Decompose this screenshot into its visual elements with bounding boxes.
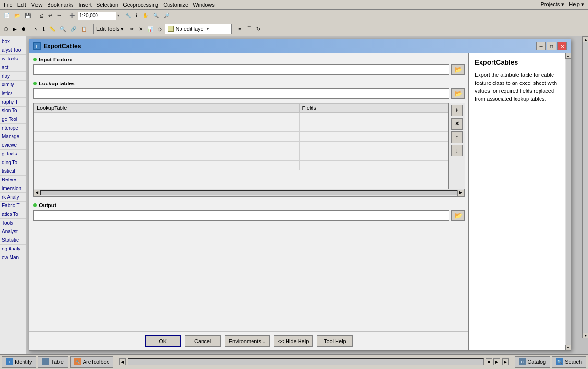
edit-nav3[interactable]: ⬢ <box>20 24 28 34</box>
sidebar-item-22[interactable]: Analyst <box>0 227 26 236</box>
identify2-btn[interactable]: 📋 <box>79 24 89 34</box>
lookup-tables-browse-btn[interactable]: 📂 <box>451 88 465 99</box>
play-btn[interactable]: ▶ <box>493 358 500 365</box>
environments-button[interactable]: Environments... <box>225 335 270 347</box>
hscroll-left-btn[interactable]: ◀ <box>34 190 40 196</box>
sidebar-item-11[interactable]: Manage <box>0 132 26 141</box>
edit-sketch-btn[interactable]: ✏ <box>128 24 136 34</box>
dialog-restore-btn[interactable]: □ <box>547 42 556 50</box>
save-btn[interactable]: 💾 <box>23 11 33 21</box>
sidebar-item-6[interactable]: istics <box>0 89 26 98</box>
sidebar-item-0[interactable]: box <box>0 37 26 46</box>
new-btn[interactable]: 📄 <box>2 11 12 21</box>
edit-vertex-btn[interactable]: ◇ <box>156 24 164 34</box>
sidebar-item-10[interactable]: nterope <box>0 124 26 132</box>
arctoolbox-tab[interactable]: 🔧 ArcToolbox <box>70 356 113 368</box>
menu-item-customize[interactable]: Customize <box>161 2 190 8</box>
table-add-btn[interactable]: + <box>451 105 463 116</box>
menu-item-help[interactable]: Help ▾ <box>567 1 586 8</box>
hide-help-button[interactable]: << Hide Help <box>274 335 313 347</box>
sidebar-item-2[interactable]: is Tools <box>0 55 26 63</box>
progress-left-btn[interactable]: ◀ <box>119 358 126 365</box>
menu-item-bookmarks[interactable]: Bookmarks <box>45 2 75 8</box>
table-remove-btn[interactable]: ✕ <box>451 118 463 130</box>
menu-item-insert[interactable]: Insert <box>76 2 94 8</box>
sidebar-item-1[interactable]: alyst Too <box>0 46 26 55</box>
hyperlink-btn[interactable]: 🔗 <box>69 24 78 34</box>
ok-button[interactable]: OK <box>145 335 181 347</box>
lookup-tables-field[interactable] <box>33 88 449 99</box>
pan-btn[interactable]: ✋ <box>141 11 150 21</box>
menu-item-windows[interactable]: Windows <box>191 2 216 8</box>
open-btn[interactable]: 📂 <box>12 11 22 21</box>
sidebar-item-16[interactable]: Refere <box>0 176 26 184</box>
menu-item-selection[interactable]: Selection <box>95 2 120 8</box>
input-feature-browse-btn[interactable]: 📂 <box>451 64 465 75</box>
curve-btn[interactable]: ⌒ <box>245 24 253 34</box>
dialog-vscrollbar[interactable]: ▲ ▼ <box>565 53 571 350</box>
outer-vscrollbar[interactable]: ▲ ▼ <box>582 36 588 338</box>
info-btn[interactable]: ℹ <box>41 24 47 34</box>
sidebar-item-7[interactable]: raphy T <box>0 98 26 107</box>
sidebar-item-19[interactable]: Fabric T <box>0 202 26 210</box>
rotate-btn[interactable]: ↻ <box>254 24 262 34</box>
progress-right-btn[interactable]: ▶ <box>502 358 509 365</box>
sidebar-item-25[interactable]: ow Man <box>0 253 26 262</box>
catalog-tab[interactable]: C Catalog <box>515 356 550 368</box>
menu-item-edit[interactable]: Edit <box>15 2 28 8</box>
output-browse-btn[interactable]: 📂 <box>451 210 465 221</box>
table-tab[interactable]: T Table <box>38 356 68 368</box>
zoom-out-btn[interactable]: 🔎 <box>162 11 171 21</box>
menu-item-file[interactable]: File <box>2 2 14 8</box>
vscroll-down-btn[interactable]: ▼ <box>565 345 571 350</box>
outer-vscroll-up[interactable]: ▲ <box>583 36 588 42</box>
zoom-in-btn[interactable]: 🔍 <box>151 11 161 21</box>
table-up-btn[interactable]: ↑ <box>451 131 463 143</box>
pen-btn[interactable]: ✒ <box>236 24 244 34</box>
print-btn[interactable]: 🖨 <box>37 11 46 21</box>
hscroll-track[interactable] <box>40 190 457 195</box>
sidebar-item-21[interactable]: Tools <box>0 219 26 227</box>
outer-vscroll-track[interactable] <box>583 42 588 333</box>
measure-btn[interactable]: 📏 <box>48 24 57 34</box>
sidebar-item-3[interactable]: act <box>0 63 26 72</box>
menu-item-view[interactable]: View <box>29 2 45 8</box>
identify-tab[interactable]: i Identify <box>2 356 36 368</box>
scale-input[interactable]: 1:20,000 <box>78 12 116 20</box>
sidebar-item-17[interactable]: imension <box>0 184 26 193</box>
no-edit-layer-dropdown[interactable]: No edit layer ▾ <box>165 24 232 34</box>
dialog-close-btn[interactable]: ✕ <box>557 42 567 50</box>
sidebar-item-13[interactable]: g Tools <box>0 150 26 158</box>
outer-vscroll-down[interactable]: ▼ <box>583 333 588 338</box>
lookup-table-scroll[interactable]: LookupTable Fields <box>33 103 449 189</box>
edit-nav2[interactable]: ▶ <box>11 24 19 34</box>
sidebar-item-9[interactable]: ge Tool <box>0 115 26 124</box>
sidebar-item-18[interactable]: rk Analy <box>0 193 26 202</box>
sidebar-item-14[interactable]: ding To <box>0 158 26 167</box>
edit-nav1[interactable]: ⬡ <box>2 24 10 34</box>
edit-delete-btn[interactable]: ✕ <box>137 24 144 34</box>
find-btn[interactable]: 🔍 <box>58 24 68 34</box>
menu-item-geoprocessing[interactable]: Geoprocessing <box>121 2 160 8</box>
tool-help-button[interactable]: Tool Help <box>317 335 353 347</box>
select-btn[interactable]: ↖ <box>32 24 40 34</box>
table-hscrollbar[interactable]: ◀ ▶ <box>33 189 465 197</box>
hscroll-right-btn[interactable]: ▶ <box>457 190 464 196</box>
sidebar-item-23[interactable]: Statistic <box>0 236 26 245</box>
redo-btn[interactable]: ↪ <box>55 11 63 21</box>
add-data-btn[interactable]: ➕ <box>67 11 77 21</box>
input-feature-field[interactable] <box>33 64 449 75</box>
sidebar-item-8[interactable]: sion To <box>0 107 26 115</box>
edit-attr-btn[interactable]: 📊 <box>145 24 155 34</box>
output-field[interactable] <box>33 210 449 221</box>
sidebar-item-24[interactable]: ng Analy <box>0 245 26 253</box>
tools-btn[interactable]: 🔧 <box>123 11 133 21</box>
vscroll-up-btn[interactable]: ▲ <box>565 53 571 59</box>
dialog-scrollable-area[interactable]: Input Feature 📂 <box>29 53 468 331</box>
table-down-btn[interactable]: ↓ <box>451 145 463 156</box>
sidebar-item-12[interactable]: eviewe <box>0 141 26 150</box>
identify-btn[interactable]: ℹ <box>134 11 140 21</box>
vscroll-track[interactable] <box>566 59 571 345</box>
sidebar-item-15[interactable]: tistical <box>0 167 26 176</box>
sidebar-item-4[interactable]: rlay <box>0 72 26 81</box>
